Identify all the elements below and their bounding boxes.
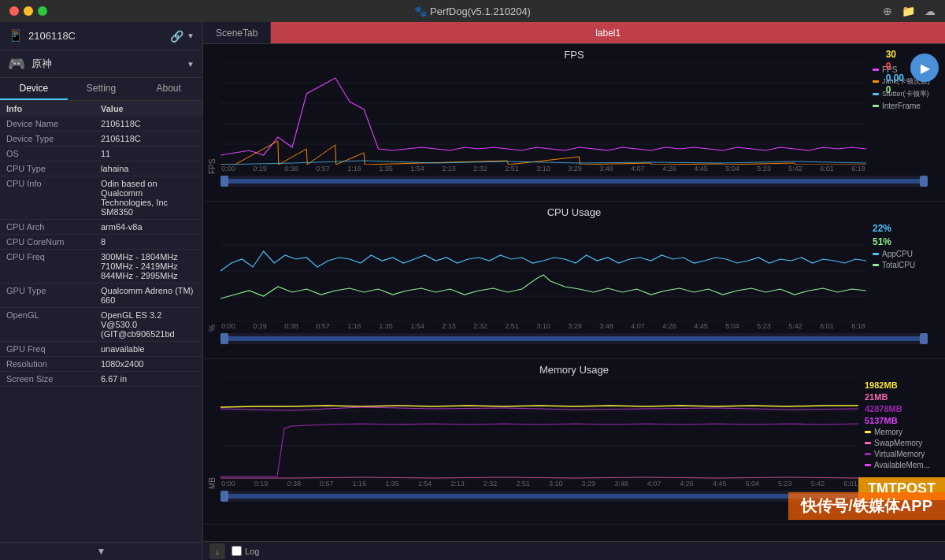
play-button[interactable]: ▶ — [910, 54, 939, 82]
fps-chart-body: FPS — [203, 62, 945, 174]
bottom-bar: ↓ Log — [203, 541, 945, 560]
fps-slider-left[interactable] — [220, 176, 228, 187]
cpu-timeline-slider[interactable] — [220, 333, 928, 344]
scene-tab-label[interactable]: SceneTab — [203, 22, 271, 43]
memory-legend-label: Memory — [874, 428, 902, 436]
totalcpu-label: TotalCPU — [882, 261, 915, 269]
app-dropdown[interactable]: ▼ — [187, 60, 195, 69]
cpu-chart-svg: 100 50 25 0 — [220, 220, 866, 322]
info-row: Device Type2106118C — [0, 132, 202, 146]
fps-slider-right[interactable] — [920, 176, 928, 187]
memory-chart-panel: Memory Usage MB 2,500 5,000 — [203, 359, 945, 525]
memory-val: 1982MB — [865, 380, 945, 390]
cpu-timeline-track — [220, 336, 928, 341]
legend-swap: SwapMemory — [865, 439, 945, 447]
fps-chart-panel: FPS ▶ 30 0 0.00 0 FPS — [203, 44, 945, 202]
fps-timeline-slider[interactable] — [220, 176, 928, 187]
charts-area: FPS ▶ 30 0 0.00 0 FPS — [203, 44, 945, 541]
cpu-x-labels: 0:000:190:380:571:161:351:542:132:322:51… — [220, 322, 866, 332]
legend-stutter: Stutter(卡顿率) — [873, 89, 945, 99]
legend-totalcpu: TotalCPU — [873, 261, 945, 269]
location-icon[interactable]: ⊕ — [883, 5, 892, 17]
cpu-slider-right[interactable] — [920, 333, 928, 344]
interframe-legend-label: InterFrame — [882, 102, 921, 110]
fps-legend: FPS Jank(卡顿次数) Stutter(卡顿率) InterFr — [866, 62, 945, 174]
interframe-legend-dot — [873, 105, 879, 107]
virtual-legend-label: VirtualMemory — [874, 450, 925, 458]
device-dropdown[interactable]: ▼ — [187, 32, 195, 40]
titlebar-right-icons: ⊕ 📁 ☁ — [883, 5, 936, 17]
device-selector: 📱 2106118C 🔗 ▼ — [0, 22, 202, 50]
app-selector[interactable]: 🎮 原神 ▼ — [0, 50, 202, 78]
play-icon: ▶ — [921, 61, 930, 76]
sidebar-scroll-down[interactable]: ▼ — [0, 542, 202, 560]
android-icon: 📱 — [8, 28, 24, 43]
memory-chart-svg: 2,500 5,000 — [220, 377, 858, 480]
stutter-legend-dot — [873, 93, 879, 95]
info-row: OS11 — [0, 146, 202, 161]
folder-icon[interactable]: 📁 — [902, 5, 915, 17]
link-icon[interactable]: 🔗 — [170, 30, 183, 43]
fps-val-0c: 0 — [886, 84, 904, 95]
close-button[interactable] — [9, 6, 19, 16]
info-value: lahaina — [101, 164, 196, 173]
info-label: Resolution — [6, 359, 101, 369]
download-button[interactable]: ↓ — [209, 543, 225, 559]
minimize-button[interactable] — [24, 6, 33, 16]
info-value: Qualcomm Adreno (TM) 660 — [101, 286, 196, 305]
info-table-header: Info Value — [0, 101, 202, 117]
fps-legend-dot — [873, 69, 879, 71]
info-row: CPU InfoOdin based on Qualcomm Technolog… — [0, 176, 202, 220]
log-checkbox[interactable] — [232, 546, 242, 556]
info-col2-header: Value — [101, 104, 196, 113]
info-value: 8 — [101, 237, 196, 247]
memory-slider-left[interactable] — [220, 491, 228, 502]
memory-x-labels: 0:000:190:380:571:161:351:542:132:322:51… — [220, 480, 858, 489]
fps-chart-inner: 125 75 50 25 0 — [220, 62, 866, 174]
device-actions: 🔗 ▼ — [170, 30, 195, 43]
fps-chart-title: FPS — [203, 47, 945, 62]
available-val: 5137MB — [865, 416, 945, 425]
cpu-chart-inner: 100 50 25 0 0:000:190:380:571 — [220, 220, 866, 332]
content-area: SceneTab label1 FPS ▶ 30 0 0. — [203, 22, 945, 560]
chevron-down-icon: ▼ — [97, 546, 106, 557]
scene-label1[interactable]: label1 — [271, 22, 945, 43]
info-row: OpenGLOpenGL ES 3.2 V@530.0 (GIT@cb90652… — [0, 308, 202, 342]
maximize-button[interactable] — [38, 6, 47, 16]
tab-about[interactable]: About — [135, 78, 202, 100]
memory-chart-title: Memory Usage — [203, 362, 945, 377]
fps-y-label: FPS — [203, 62, 220, 174]
legend-interframe: InterFrame — [873, 102, 945, 110]
appcpu-dot — [873, 253, 879, 255]
info-value: arm64-v8a — [101, 222, 196, 232]
log-checkbox-group: Log — [232, 546, 259, 556]
info-label: CPU CoreNum — [6, 237, 101, 247]
fps-chart-svg: 125 75 50 25 0 — [220, 62, 866, 165]
info-label: Device Name — [6, 119, 101, 128]
cpu-y-label: % — [203, 220, 220, 332]
virtual-dot — [865, 453, 871, 455]
sidebar-tabs: Device Setting About — [0, 78, 202, 101]
info-row: CPU Freq300MHz - 1804MHz 710MHz - 2419MH… — [0, 250, 202, 284]
info-row: GPU Frequnavailable — [0, 342, 202, 357]
tab-setting[interactable]: Setting — [68, 78, 135, 100]
info-row: CPU CoreNum8 — [0, 235, 202, 250]
info-label: Device Type — [6, 134, 101, 143]
info-value: 2106118C — [101, 134, 196, 143]
fps-val-0a: 0 — [886, 61, 904, 72]
cpu-chart-title: CPU Usage — [203, 205, 945, 220]
main-layout: 📱 2106118C 🔗 ▼ 🎮 原神 ▼ Device Setting Abo… — [0, 22, 945, 560]
titlebar: 🐾 PerfDog(v5.1.210204) ⊕ 📁 ☁ — [0, 0, 945, 22]
info-label: OS — [6, 149, 101, 158]
tab-device[interactable]: Device — [0, 78, 68, 100]
fps-x-labels: 0:000:190:380:571:161:351:542:132:322:51… — [220, 165, 866, 174]
cpu-chart-body: % 100 50 25 — [203, 220, 945, 332]
info-row: Screen Size6.67 in — [0, 372, 202, 387]
app-icon: 🐾 — [414, 6, 427, 17]
cpu-appcpu-val: 22% — [873, 223, 945, 234]
app-name-label: 原神 — [32, 57, 180, 71]
totalcpu-dot — [873, 264, 879, 266]
cloud-icon[interactable]: ☁ — [925, 5, 936, 17]
info-value: OpenGL ES 3.2 V@530.0 (GIT@cb906521bd — [101, 310, 196, 339]
cpu-slider-left[interactable] — [220, 333, 228, 344]
